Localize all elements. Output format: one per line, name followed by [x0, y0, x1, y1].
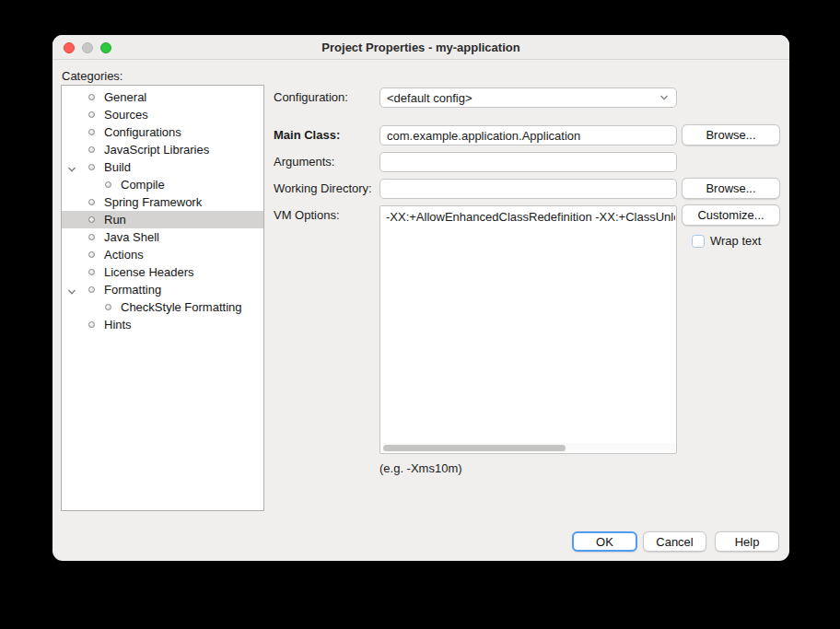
tree-item-actions[interactable]: Actions	[62, 246, 263, 263]
node-bullet-icon	[105, 304, 111, 310]
wrap-text-option[interactable]: Wrap text	[692, 234, 761, 248]
customize-button[interactable]: Customize...	[682, 204, 780, 226]
minimize-button[interactable]	[82, 42, 93, 53]
tree-item-configurations[interactable]: Configurations	[62, 123, 263, 141]
working-directory-label: Working Directory:	[274, 181, 372, 195]
cancel-button[interactable]: Cancel	[643, 531, 706, 552]
tree-item-spring-framework[interactable]: Spring Framework	[62, 193, 263, 211]
node-bullet-icon	[88, 164, 95, 170]
tree-item-run-selected[interactable]: Run	[62, 211, 263, 228]
node-bullet-icon	[88, 234, 95, 240]
node-bullet-icon	[88, 216, 95, 223]
tree-item-build[interactable]: Build	[62, 158, 263, 176]
arguments-label: Arguments:	[274, 155, 334, 169]
categories-tree[interactable]: General Sources Configurations JavaScrip…	[61, 85, 264, 511]
node-bullet-icon	[88, 146, 95, 153]
main-class-label: Main Class:	[274, 128, 340, 142]
wrap-text-label: Wrap text	[710, 234, 761, 248]
vm-options-hint: (e.g. -Xms10m)	[379, 461, 462, 475]
tree-item-sources[interactable]: Sources	[62, 106, 263, 123]
window-title: Project Properties - my-application	[321, 41, 519, 54]
close-button[interactable]	[64, 42, 75, 53]
configuration-select[interactable]: <default config>	[379, 87, 677, 108]
node-bullet-icon	[88, 286, 95, 293]
vm-options-input[interactable]: -XX:+AllowEnhancedClassRedefinition -XX:…	[379, 205, 677, 454]
tree-item-formatting[interactable]: Formatting	[62, 281, 263, 298]
configuration-label: Configuration:	[274, 90, 348, 104]
tree-item-javascript-libraries[interactable]: JavaScript Libraries	[62, 141, 263, 158]
zoom-button[interactable]	[100, 42, 111, 53]
tree-item-license-headers[interactable]: License Headers	[62, 263, 263, 281]
ok-button[interactable]: OK	[572, 531, 637, 552]
categories-label: Categories:	[62, 69, 122, 83]
node-bullet-icon	[88, 199, 95, 205]
tree-item-checkstyle-formatting[interactable]: CheckStyle Formatting	[62, 298, 263, 316]
tree-item-java-shell[interactable]: Java Shell	[62, 228, 263, 246]
tree-item-hints[interactable]: Hints	[62, 316, 263, 333]
scrollbar-thumb[interactable]	[383, 445, 566, 451]
main-class-input[interactable]	[379, 125, 677, 146]
node-bullet-icon	[88, 129, 95, 135]
arguments-input[interactable]	[379, 152, 677, 172]
configuration-value: <default config>	[387, 91, 472, 105]
help-button[interactable]: Help	[715, 531, 779, 552]
tree-item-general[interactable]: General	[62, 88, 263, 106]
chevron-down-icon	[659, 92, 670, 103]
node-bullet-icon	[88, 94, 95, 100]
project-properties-dialog: Project Properties - my-application Cate…	[52, 35, 789, 561]
node-bullet-icon	[88, 269, 95, 275]
browse-working-directory-button[interactable]: Browse...	[682, 178, 780, 199]
node-bullet-icon	[88, 251, 95, 258]
wrap-text-checkbox[interactable]	[692, 235, 705, 248]
node-bullet-icon	[88, 321, 95, 328]
titlebar[interactable]: Project Properties - my-application	[52, 35, 789, 60]
vm-options-label: VM Options:	[274, 208, 340, 222]
browse-main-class-button[interactable]: Browse...	[682, 124, 780, 146]
working-directory-input[interactable]	[379, 179, 677, 199]
tree-item-compile[interactable]: Compile	[62, 176, 263, 193]
horizontal-scrollbar[interactable]	[381, 443, 675, 452]
vm-options-value: -XX:+AllowEnhancedClassRedefinition -XX:…	[386, 210, 675, 224]
node-bullet-icon	[105, 181, 111, 188]
chevron-down-icon[interactable]	[67, 285, 76, 295]
chevron-down-icon[interactable]	[67, 163, 76, 172]
node-bullet-icon	[88, 111, 95, 118]
